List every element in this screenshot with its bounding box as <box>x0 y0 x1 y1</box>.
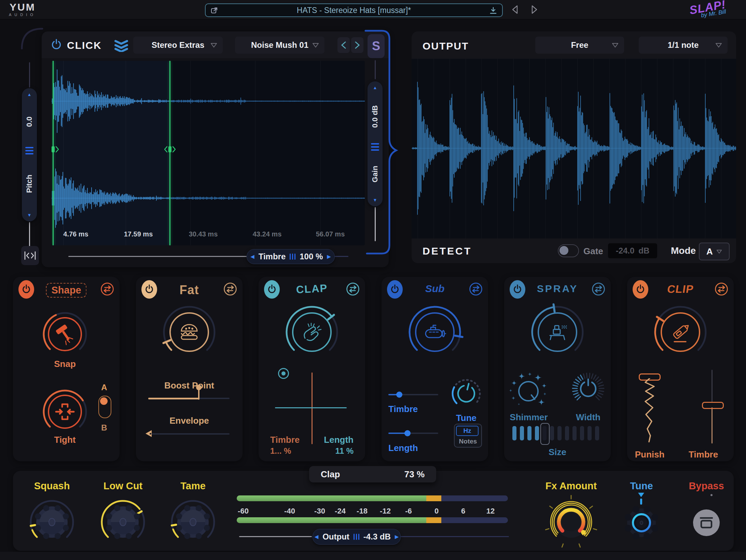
gain-up-icon[interactable]: ▲ <box>373 85 377 90</box>
timbre-track-right[interactable] <box>334 256 348 257</box>
gain-down-icon[interactable]: ▼ <box>373 198 377 202</box>
save-download-icon[interactable] <box>489 6 497 15</box>
external-link-icon[interactable] <box>210 6 219 15</box>
spray-knob[interactable] <box>527 302 588 362</box>
boost-point-slider[interactable] <box>148 398 230 399</box>
gate-unit: dB <box>638 246 649 256</box>
pitch-slider[interactable]: ▲ 0.0 Pitch ▼ <box>22 88 37 221</box>
category-value: Stereo Extras <box>152 40 205 50</box>
meter-source-pill[interactable]: Clap 73 % <box>309 466 436 482</box>
xy-vertical-axis <box>312 372 313 444</box>
punish-label: Punish <box>635 449 665 460</box>
previous-preset-button[interactable] <box>508 4 522 15</box>
output-track-left[interactable] <box>239 536 312 537</box>
clap-swap-button[interactable] <box>345 281 360 299</box>
click-timbre-slider[interactable]: ◀ Timbre 100 % ▶ <box>247 249 335 264</box>
tune-knob[interactable] <box>619 501 664 545</box>
increment-icon[interactable]: ▶ <box>395 534 399 540</box>
next-preset-button[interactable] <box>527 4 541 15</box>
zoom-fit-button[interactable] <box>21 246 39 265</box>
sub-swap-button[interactable] <box>468 281 483 299</box>
lowcut-label: Low Cut <box>103 480 142 492</box>
shape-swap-button[interactable] <box>100 281 115 299</box>
pitch-up-icon[interactable]: ▲ <box>27 92 32 97</box>
gate-threshold-field[interactable]: -24.0 dB <box>608 243 657 258</box>
tame-knob[interactable] <box>167 496 219 548</box>
hz-notes-toggle[interactable]: Hz Notes <box>454 424 482 448</box>
size-meter[interactable] <box>512 426 599 440</box>
start-marker-line[interactable] <box>53 61 54 245</box>
start-marker-handle[interactable] <box>51 146 59 152</box>
tight-knob[interactable] <box>39 386 91 437</box>
chevron-down-icon <box>210 43 217 48</box>
corner-decor <box>20 26 47 50</box>
sync-dropdown[interactable]: Free <box>535 37 624 54</box>
sub-timbre-slider[interactable] <box>388 394 438 395</box>
end-marker-handle[interactable] <box>164 146 176 152</box>
width-knob[interactable] <box>563 363 614 414</box>
increment-icon[interactable]: ▶ <box>327 254 331 260</box>
envelope-slider[interactable] <box>148 433 230 435</box>
gate-toggle[interactable] <box>558 244 579 257</box>
pitch-down-icon[interactable]: ▼ <box>27 213 32 217</box>
yum-audio-logo: YUM AUDIO <box>9 2 36 17</box>
size-thumb[interactable] <box>540 423 550 445</box>
gain-slider[interactable]: ▲ 0.0 dB Gain ▼ <box>368 81 383 206</box>
fat-swap-button[interactable] <box>223 281 238 299</box>
gain-track-bottom <box>375 207 376 241</box>
fat-knob[interactable] <box>159 302 219 362</box>
module-spray: SPRAY <box>504 277 611 461</box>
clip-timbre-handle[interactable] <box>702 402 724 409</box>
timbre-track-left[interactable] <box>68 256 247 257</box>
lowcut-knob[interactable] <box>97 496 149 548</box>
punish-slider[interactable] <box>641 378 658 442</box>
sample-dropdown[interactable]: Noise Mush 01 <box>235 37 324 54</box>
decrement-icon[interactable]: ◀ <box>315 534 319 540</box>
clap-knob[interactable] <box>282 302 342 362</box>
click-power-button[interactable] <box>50 38 63 52</box>
sample-category-dropdown[interactable]: Stereo Extras <box>133 37 223 54</box>
preset-selector[interactable]: HATS - Stereoize Hats [mussar]* <box>205 3 503 17</box>
module-sub: Sub Timbre <box>382 277 488 461</box>
fx-amount-knob[interactable] <box>540 491 602 553</box>
cutter-icon <box>673 323 690 342</box>
output-track-right[interactable] <box>400 536 509 537</box>
meter-tick: -12 <box>380 507 391 516</box>
sub-knob[interactable] <box>405 302 465 362</box>
decrement-icon[interactable]: ◀ <box>250 254 254 260</box>
click-waveform <box>51 61 365 245</box>
squash-knob[interactable] <box>26 496 78 548</box>
ab-toggle[interactable] <box>98 396 111 418</box>
layers-icon[interactable] <box>114 38 128 52</box>
shape-power-button[interactable] <box>18 280 34 299</box>
bypass-button[interactable] <box>693 509 720 536</box>
chevron-down-icon <box>715 43 722 48</box>
clip-swap-button[interactable] <box>714 281 729 299</box>
bypass-icon <box>699 517 714 529</box>
sub-power-button[interactable] <box>387 280 403 299</box>
spray-power-button[interactable] <box>510 280 525 299</box>
module-clap: CLAP Timbre 1... % L <box>259 277 365 461</box>
gain-grip[interactable] <box>371 143 379 151</box>
clip-knob[interactable] <box>650 302 710 362</box>
note-dropdown[interactable]: 1/1 note <box>639 37 728 54</box>
clap-power-button[interactable] <box>264 280 280 299</box>
clip-power-button[interactable] <box>633 280 648 299</box>
pitch-grip[interactable] <box>25 147 33 154</box>
output-gain-slider[interactable]: ◀ Output -4.3 dB ▶ <box>313 529 401 545</box>
spray-swap-button[interactable] <box>591 281 606 299</box>
click-waveform-display[interactable]: 4.76 ms 17.59 ms 30.43 ms 43.24 ms 56.07… <box>51 61 365 245</box>
notes-option[interactable]: Notes <box>455 438 481 445</box>
mode-dropdown[interactable]: A <box>699 243 730 260</box>
end-marker-line[interactable] <box>169 61 170 245</box>
sub-tune-knob[interactable] <box>444 371 488 416</box>
shimmer-knob[interactable] <box>503 366 554 417</box>
previous-sample-button[interactable] <box>337 37 350 53</box>
hz-option[interactable]: Hz <box>456 426 479 436</box>
snap-knob[interactable] <box>39 309 91 360</box>
clap-mode-radio[interactable] <box>278 368 289 379</box>
sub-length-slider[interactable] <box>388 433 438 434</box>
fat-power-button[interactable] <box>141 280 157 299</box>
ab-a-label: A <box>101 383 107 392</box>
detect-label: DETECT <box>423 245 472 257</box>
